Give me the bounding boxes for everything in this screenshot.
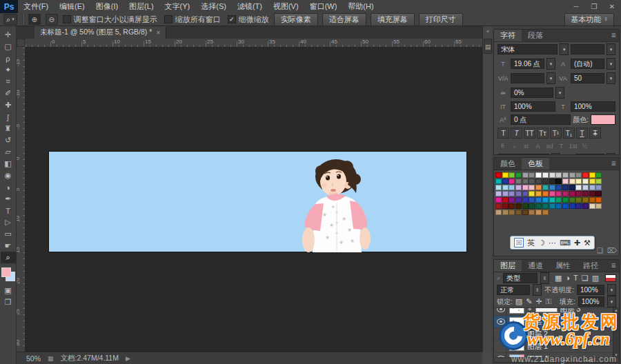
- scroll-up-icon[interactable]: ▲: [614, 308, 618, 312]
- layer-list-scrollbar[interactable]: ▲ ▼: [613, 308, 619, 357]
- checkbox-icon[interactable]: [164, 15, 172, 23]
- layer-style-button[interactable]: fx: [531, 359, 535, 363]
- color-swatch-38[interactable]: [535, 185, 542, 190]
- color-swatch-49[interactable]: [502, 191, 509, 196]
- updown-caret-icon[interactable]: ⇕: [540, 272, 549, 284]
- vertical-scale-field[interactable]: 100%: [511, 101, 555, 112]
- tab-properties[interactable]: 属性: [549, 260, 577, 272]
- layer-thumbnail[interactable]: [509, 317, 524, 326]
- layer-mask-button[interactable]: ◧: [541, 359, 547, 363]
- opentype-button-5[interactable]: T: [556, 141, 566, 150]
- color-swatch-53[interactable]: [529, 191, 535, 196]
- menu-item-0[interactable]: 文件(F): [18, 0, 54, 13]
- history-brush-tool[interactable]: ↺: [1, 134, 16, 146]
- color-swatch-92[interactable]: [575, 203, 582, 209]
- filter-type-icon[interactable]: T: [573, 274, 578, 283]
- status-arrow-icon[interactable]: ▶: [126, 355, 130, 362]
- color-swatch-77[interactable]: [582, 197, 589, 203]
- color-swatch-60[interactable]: [575, 191, 582, 196]
- eyedropper-tool[interactable]: ✐: [1, 88, 16, 99]
- tab-paragraph[interactable]: 段落: [522, 30, 549, 41]
- minimize-button[interactable]: ─: [567, 0, 585, 13]
- adjustment-layer-button[interactable]: ◑: [553, 359, 556, 363]
- opentype-button-3[interactable]: A: [533, 141, 543, 150]
- menu-item-6[interactable]: 滤镜(T): [232, 0, 268, 13]
- proportional-spacing-field[interactable]: 0%: [511, 88, 553, 98]
- opentype-button-2[interactable]: st: [521, 141, 531, 150]
- chevron-down-icon[interactable]: ▾: [560, 43, 569, 55]
- dodge-tool[interactable]: ◑: [1, 181, 16, 193]
- color-swatch-102[interactable]: [535, 210, 542, 215]
- ime-plus-icon[interactable]: ✚: [574, 239, 580, 247]
- color-swatch-87[interactable]: [542, 203, 549, 209]
- color-swatch-26[interactable]: [562, 179, 569, 184]
- color-swatch-90[interactable]: [562, 203, 569, 209]
- baseline-shift-field[interactable]: 0 点: [511, 114, 571, 125]
- checkbox-icon[interactable]: [63, 15, 71, 23]
- zoom-tool[interactable]: ⌕: [1, 252, 16, 263]
- color-swatch-3[interactable]: [515, 172, 522, 178]
- color-swatch-41[interactable]: [555, 185, 562, 190]
- panel-menu-icon[interactable]: ≣: [611, 260, 619, 272]
- layer-row-3[interactable]: 图层 1: [494, 341, 619, 353]
- color-swatch-65[interactable]: [502, 197, 509, 203]
- marquee-tool[interactable]: ▢: [1, 41, 16, 52]
- brush-tool[interactable]: ʃ: [1, 111, 16, 123]
- color-swatch-96[interactable]: [495, 210, 502, 215]
- screen-mode-button[interactable]: ❐: [1, 296, 16, 308]
- layer-thumbnail[interactable]: [509, 354, 524, 357]
- color-swatch-31[interactable]: [595, 179, 602, 184]
- color-swatch-23[interactable]: [542, 179, 549, 184]
- tab-color[interactable]: 颜色: [494, 158, 522, 170]
- color-swatch-74[interactable]: [562, 197, 569, 203]
- color-swatch-78[interactable]: [589, 197, 595, 203]
- healing-brush-tool[interactable]: ✚: [1, 99, 16, 111]
- leading-field[interactable]: (自动): [571, 59, 604, 69]
- expand-dock-icon[interactable]: «: [483, 26, 493, 34]
- color-swatch-37[interactable]: [529, 185, 535, 190]
- text-style-button-5[interactable]: T₁: [563, 128, 575, 139]
- color-swatch-42[interactable]: [562, 185, 569, 190]
- filter-shape-icon[interactable]: ❏: [582, 274, 589, 283]
- option-checkbox-1[interactable]: 缩放所有窗口: [164, 14, 221, 25]
- color-swatch-57[interactable]: [555, 191, 562, 196]
- color-swatch-88[interactable]: [549, 203, 555, 209]
- color-swatch-73[interactable]: [555, 197, 562, 203]
- filter-toggle-switch[interactable]: [605, 274, 616, 282]
- color-swatch-5[interactable]: [529, 172, 535, 178]
- lock-paint-icon[interactable]: ✎: [526, 297, 532, 306]
- type-tool[interactable]: T: [1, 205, 16, 216]
- restore-button[interactable]: ❐: [585, 0, 603, 13]
- tool-preset-picker[interactable]: ⌕ ▾: [3, 14, 17, 25]
- ime-mode-chinese-english[interactable]: 英: [527, 238, 535, 248]
- filter-pixel-icon[interactable]: ▦: [555, 274, 562, 283]
- opentype-button-7[interactable]: ½: [580, 141, 590, 150]
- eraser-tool[interactable]: ▱: [1, 146, 16, 158]
- layer-thumbnail[interactable]: [509, 307, 524, 314]
- color-swatch-56[interactable]: [549, 191, 555, 196]
- layer-row-4[interactable]: 图层 4: [494, 353, 619, 357]
- color-swatch-91[interactable]: [569, 203, 575, 209]
- layer-thumbnail[interactable]: [509, 342, 524, 351]
- color-swatch-44[interactable]: [575, 185, 582, 190]
- opentype-button-0[interactable]: fi: [497, 141, 508, 150]
- document-tab[interactable]: 未标题-1 @ 50% (图层 5, RGB/8) * ×: [34, 26, 166, 39]
- color-swatch-81[interactable]: [502, 203, 509, 209]
- opacity-field[interactable]: 100%: [577, 285, 604, 295]
- tab-layers[interactable]: 图层: [494, 260, 522, 272]
- option-button-2[interactable]: 填充屏幕: [371, 13, 415, 26]
- text-style-button-0[interactable]: T: [497, 128, 509, 139]
- color-swatch-14[interactable]: [589, 172, 595, 178]
- menu-item-2[interactable]: 图像(I): [90, 0, 124, 13]
- color-swatch-54[interactable]: [535, 191, 542, 196]
- lock-transparency-icon[interactable]: ▨: [515, 297, 522, 306]
- color-swatch-32[interactable]: [495, 185, 502, 190]
- lock-move-icon[interactable]: ✛: [535, 297, 542, 306]
- panel-menu-icon[interactable]: ≣: [611, 30, 619, 41]
- text-color-swatch[interactable]: [591, 114, 615, 125]
- color-swatch-35[interactable]: [515, 185, 522, 190]
- visibility-toggle[interactable]: [495, 316, 506, 327]
- menu-item-7[interactable]: 视图(V): [268, 0, 304, 13]
- color-swatch-1[interactable]: [502, 172, 509, 178]
- color-swatch-71[interactable]: [542, 197, 549, 203]
